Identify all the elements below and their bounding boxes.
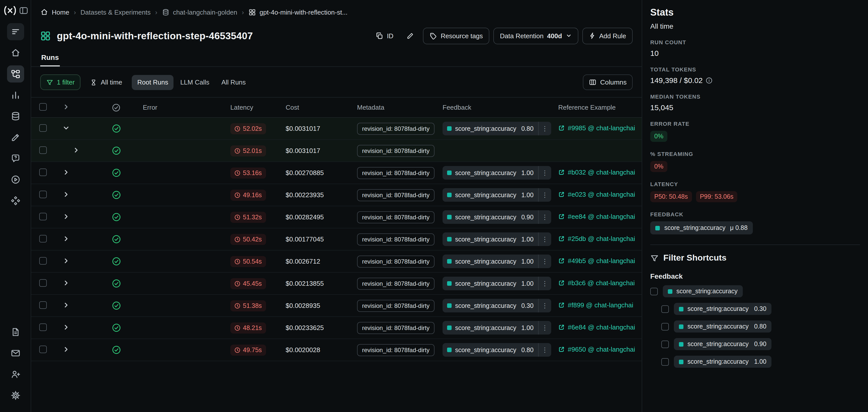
feedback-menu-icon[interactable]: ⋮ [538,255,551,268]
breadcrumb-home[interactable]: Home [40,8,69,16]
row-expand-chevron-icon[interactable] [62,257,70,264]
filter-button[interactable]: 1 filter [40,75,81,90]
feedback-chip[interactable]: score_string:accuracy 1.00 ⋮ [442,232,551,246]
table-row[interactable]: 50.54s $0.0026712 revision_id: 8078fad-d… [31,251,642,273]
column-header-metadata[interactable]: Metadata [353,104,438,111]
breadcrumb-datasets-experiments[interactable]: Datasets & Experiments [81,8,151,16]
resource-tags-button[interactable]: Resource tags [423,27,490,44]
reference-link[interactable]: #9650 @ chat-langchai [558,346,635,353]
shortcut-checkbox[interactable] [650,288,658,295]
select-all-checkbox[interactable] [39,103,47,111]
shortcut-badge[interactable]: score_string:accuracy [663,285,743,297]
feedback-chip[interactable]: score_string:accuracy 1.00 ⋮ [442,277,551,290]
column-header-latency[interactable]: Latency [226,104,280,111]
table-row[interactable]: 53.16s $0.00270885 revision_id: 8078fad-… [31,162,642,184]
sidebar-item-annotation[interactable] [7,129,24,146]
feedback-chip[interactable]: score_string:accuracy 0.30 ⋮ [442,299,551,313]
shortcut-checkbox[interactable] [661,323,669,330]
feedback-chip[interactable]: score_string:accuracy 1.00 ⋮ [442,166,551,180]
column-header-cost[interactable]: Cost [280,104,353,111]
row-expand-chevron-icon[interactable] [62,168,70,176]
feedback-chip[interactable]: score_string:accuracy 1.00 ⋮ [442,188,551,202]
sidebar-item-home[interactable] [7,44,24,61]
row-checkbox[interactable] [39,124,47,131]
table-row[interactable]: 52.02s $0.0031017 revision_id: 8078fad-d… [31,118,642,140]
row-expand-chevron-icon[interactable] [72,146,80,154]
reference-link[interactable]: #49b5 @ chat-langchai [558,257,635,265]
sidebar-collapse-icon[interactable] [19,6,28,15]
row-checkbox[interactable] [39,279,47,287]
row-checkbox[interactable] [39,190,47,198]
sidebar-item-settings[interactable] [7,387,24,404]
row-expand-chevron-icon[interactable] [62,345,70,353]
sidebar-item-tracing[interactable] [7,65,24,83]
row-expand-chevron-icon[interactable] [62,279,70,287]
sidebar-item-deployments[interactable] [7,192,24,209]
row-checkbox[interactable] [39,323,47,331]
feedback-menu-icon[interactable]: ⋮ [538,122,551,135]
column-header-error[interactable]: Error [139,104,226,111]
row-checkbox[interactable] [39,212,47,220]
table-row[interactable]: 49.16s $0.00223935 revision_id: 8078fad-… [31,184,642,206]
reference-link[interactable]: #ee84 @ chat-langchai [558,213,635,220]
feedback-chip[interactable]: score_string:accuracy 0.80 ⋮ [442,122,551,135]
breadcrumb-dataset[interactable]: chat-langchain-golden [162,8,237,16]
column-header-feedback[interactable]: Feedback [438,104,553,111]
reference-link[interactable]: #25db @ chat-langchai [558,235,635,242]
row-checkbox[interactable] [39,235,47,242]
reference-link[interactable]: #6e84 @ chat-langchai [558,323,635,331]
feedback-menu-icon[interactable]: ⋮ [538,277,551,290]
table-row[interactable]: 51.32s $0.00282495 revision_id: 8078fad-… [31,206,642,228]
segment-llm-calls[interactable]: LLM Calls [175,75,215,90]
langsmith-logo[interactable] [2,5,18,16]
table-row[interactable]: 51.38s $0.0028935 revision_id: 8078fad-d… [31,295,642,317]
row-checkbox[interactable] [39,301,47,308]
shortcut-badge[interactable]: score_string:accuracy 0.30 [674,303,771,315]
feedback-menu-icon[interactable]: ⋮ [538,166,551,180]
row-checkbox[interactable] [39,345,47,353]
add-rule-button[interactable]: Add Rule [582,27,633,44]
sidebar-item-docs[interactable] [7,323,24,341]
feedback-chip[interactable]: score_string:accuracy 0.90 ⋮ [442,210,551,224]
row-expand-chevron-icon[interactable] [62,301,70,308]
feedback-menu-icon[interactable]: ⋮ [538,343,551,357]
reference-link[interactable]: #9985 @ chat-langchai [558,124,635,132]
shortcut-checkbox[interactable] [661,358,669,365]
sidebar-item-datasets[interactable] [7,108,24,125]
row-expand-chevron-icon[interactable] [62,323,70,331]
table-row[interactable]: 45.45s $0.00213855 revision_id: 8078fad-… [31,273,642,295]
feedback-chip[interactable]: score_string:accuracy 0.80 ⋮ [442,343,551,357]
table-row[interactable]: 48.21s $0.00233625 revision_id: 8078fad-… [31,317,642,339]
shortcut-checkbox[interactable] [661,305,669,313]
segment-all-runs[interactable]: All Runs [216,75,251,90]
table-row[interactable]: 52.01s $0.0031017 revision_id: 8078fad-d… [31,140,642,162]
feedback-menu-icon[interactable]: ⋮ [538,232,551,246]
reference-link[interactable]: #b3c6 @ chat-langchai [558,279,634,287]
columns-button[interactable]: Columns [583,75,633,90]
segment-root-runs[interactable]: Root Runs [132,75,174,90]
table-row[interactable]: 50.42s $0.00177045 revision_id: 8078fad-… [31,228,642,251]
table-row[interactable]: 49.75s $0.0020028 revision_id: 8078fad-d… [31,339,642,361]
sidebar-item-prompts[interactable] [7,150,24,167]
shortcut-badge[interactable]: score_string:accuracy 0.80 [674,320,771,332]
breadcrumb-experiment[interactable]: gpt-4o-mini-with-reflection-st... [248,8,347,16]
shortcut-checkbox[interactable] [661,340,669,348]
time-range-button[interactable]: All time [86,75,127,90]
tab-runs[interactable]: Runs [40,47,60,66]
reference-link[interactable]: #e023 @ chat-langchai [558,190,635,198]
row-expand-chevron-icon[interactable] [62,235,70,242]
row-checkbox[interactable] [39,146,47,154]
edit-title-button[interactable] [402,27,419,44]
feedback-menu-icon[interactable]: ⋮ [538,210,551,224]
reference-link[interactable]: #f899 @ chat-langchai [558,301,633,309]
row-expand-chevron-icon[interactable] [62,190,70,198]
feedback-chip[interactable]: score_string:accuracy 1.00 ⋮ [442,321,551,334]
data-retention-dropdown[interactable]: Data Retention 400d [493,27,578,44]
info-icon[interactable] [706,77,713,84]
shortcut-badge[interactable]: score_string:accuracy 1.00 [674,356,771,368]
row-expand-chevron-icon[interactable] [62,124,70,131]
feedback-menu-icon[interactable]: ⋮ [538,299,551,313]
feedback-chip[interactable]: score_string:accuracy 1.00 ⋮ [442,255,551,268]
sidebar-item-playground[interactable] [7,171,24,188]
sidebar-item-run-filters[interactable] [7,23,24,40]
